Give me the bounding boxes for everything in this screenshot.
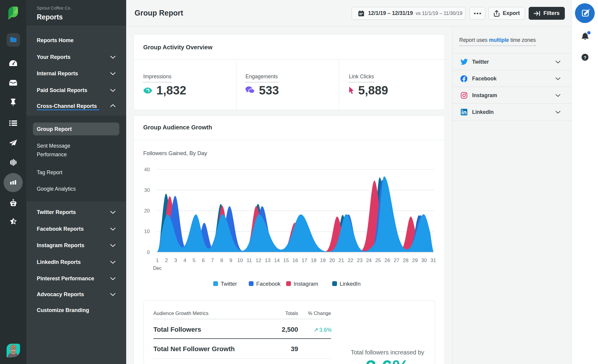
svg-text:14: 14 bbox=[274, 258, 280, 263]
svg-text:20: 20 bbox=[329, 258, 335, 263]
svg-text:2: 2 bbox=[165, 258, 168, 263]
svg-text:7: 7 bbox=[211, 258, 214, 263]
svg-text:28: 28 bbox=[403, 258, 408, 263]
svg-text:8: 8 bbox=[220, 258, 223, 263]
svg-text:9: 9 bbox=[229, 258, 232, 263]
svg-text:26: 26 bbox=[385, 258, 390, 263]
svg-text:15: 15 bbox=[283, 258, 289, 263]
svg-text:11: 11 bbox=[247, 258, 252, 263]
svg-text:10: 10 bbox=[237, 258, 243, 263]
svg-text:Facebook: Facebook bbox=[256, 281, 281, 287]
svg-text:5: 5 bbox=[193, 258, 195, 263]
svg-text:20: 20 bbox=[144, 208, 150, 214]
svg-text:22: 22 bbox=[348, 258, 353, 263]
svg-text:0: 0 bbox=[147, 250, 150, 255]
svg-text:31: 31 bbox=[431, 258, 436, 263]
svg-text:16: 16 bbox=[292, 258, 298, 263]
svg-text:4: 4 bbox=[184, 258, 186, 263]
svg-text:1: 1 bbox=[156, 258, 158, 263]
svg-text:?: ? bbox=[584, 55, 586, 60]
svg-text:LinkedIn: LinkedIn bbox=[340, 281, 361, 287]
svg-text:13: 13 bbox=[265, 258, 271, 263]
svg-text:40: 40 bbox=[144, 167, 150, 172]
svg-text:19: 19 bbox=[320, 258, 326, 263]
svg-text:30: 30 bbox=[421, 258, 427, 263]
svg-text:24: 24 bbox=[366, 258, 372, 263]
svg-text:Twitter: Twitter bbox=[221, 281, 237, 287]
svg-text:27: 27 bbox=[393, 258, 399, 263]
svg-text:18: 18 bbox=[311, 258, 317, 263]
svg-text:Instagram: Instagram bbox=[294, 281, 318, 287]
svg-text:29: 29 bbox=[412, 258, 418, 263]
svg-text:25: 25 bbox=[375, 258, 381, 263]
svg-text:30: 30 bbox=[144, 187, 150, 193]
svg-text:6: 6 bbox=[202, 258, 205, 263]
svg-text:21: 21 bbox=[338, 258, 344, 263]
svg-text:12: 12 bbox=[256, 258, 261, 263]
svg-text:Dec: Dec bbox=[153, 266, 161, 271]
svg-text:17: 17 bbox=[302, 258, 307, 263]
svg-text:10: 10 bbox=[144, 229, 150, 234]
svg-text:23: 23 bbox=[357, 258, 362, 263]
svg-text:3: 3 bbox=[174, 258, 177, 263]
